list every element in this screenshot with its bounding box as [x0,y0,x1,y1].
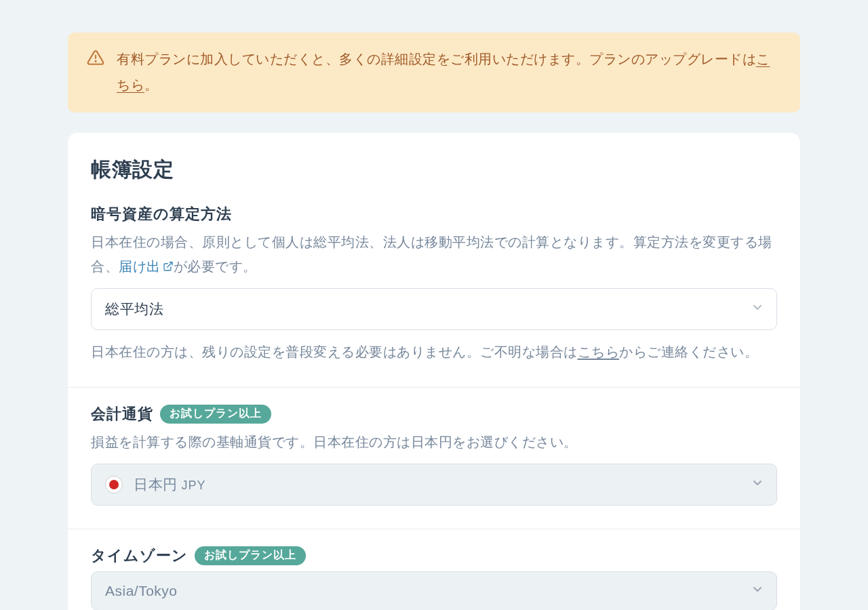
currency-value: 日本円 JPY [134,475,206,494]
currency-select[interactable]: 日本円 JPY [91,464,777,506]
card-title: 帳簿設定 [91,156,777,184]
chevron-down-icon [751,476,764,493]
notification-link-text: 届け出 [119,259,161,274]
calc-note-before: 日本在住の方は、残りの設定を普段変える必要はありません。ご不明な場合は [91,344,578,359]
card-header: 帳簿設定 [68,133,800,188]
external-link-icon [163,261,174,272]
timezone-select[interactable]: Asia/Tokyo [91,571,777,610]
warning-icon [87,49,104,70]
timezone-heading: タイムゾーン [91,546,188,566]
japan-flag-icon [105,476,123,493]
calc-desc-after: が必要です。 [174,259,257,274]
currency-code: JPY [182,479,206,493]
notification-link[interactable]: 届け出 [119,259,174,274]
svg-line-2 [167,262,172,267]
currency-heading: 会計通貨 [91,404,153,424]
calc-method-value: 総平均法 [105,300,163,319]
section-currency: 会計通貨 お試しプラン以上 損益を計算する際の基軸通貨です。日本在住の方は日本円… [68,387,800,529]
timezone-heading-row: タイムゾーン お試しプラン以上 [91,546,777,566]
upgrade-alert: 有料プランに加入していただくと、多くの詳細設定をご利用いただけます。プランのアッ… [68,33,800,113]
currency-heading-row: 会計通貨 お試しプラン以上 [91,404,777,424]
currency-plan-badge: お試しプラン以上 [160,405,271,424]
calc-heading: 暗号資産の算定方法 [91,204,232,224]
calc-note: 日本在住の方は、残りの設定を普段変える必要はありません。ご不明な場合はこちらから… [91,340,777,364]
calc-desc: 日本在住の場合、原則として個人は総平均法、法人は移動平均法での計算となります。算… [91,230,777,279]
calc-heading-row: 暗号資産の算定方法 [91,204,777,224]
timezone-value: Asia/Tokyo [105,583,178,599]
section-calc-method: 暗号資産の算定方法 日本在住の場合、原則として個人は総平均法、法人は移動平均法で… [68,188,800,387]
ledger-settings-card: 帳簿設定 暗号資産の算定方法 日本在住の場合、原則として個人は総平均法、法人は移… [68,133,800,610]
chevron-down-icon [751,301,764,318]
chevron-down-icon [751,583,764,600]
upgrade-alert-text: 有料プランに加入していただくと、多くの詳細設定をご利用いただけます。プランのアッ… [117,46,781,98]
currency-name: 日本円 [134,475,178,494]
contact-link[interactable]: こちら [578,344,620,359]
svg-point-1 [95,61,96,62]
currency-desc: 損益を計算する際の基軸通貨です。日本在住の方は日本円をお選びください。 [91,430,777,454]
calc-method-select[interactable]: 総平均法 [91,288,777,330]
alert-text-after: 。 [144,77,159,92]
section-timezone: タイムゾーン お試しプラン以上 Asia/Tokyo [68,529,800,610]
timezone-plan-badge: お試しプラン以上 [195,546,306,565]
calc-note-after: からご連絡ください。 [619,344,758,359]
alert-text-before: 有料プランに加入していただくと、多くの詳細設定をご利用いただけます。プランのアッ… [117,52,756,66]
